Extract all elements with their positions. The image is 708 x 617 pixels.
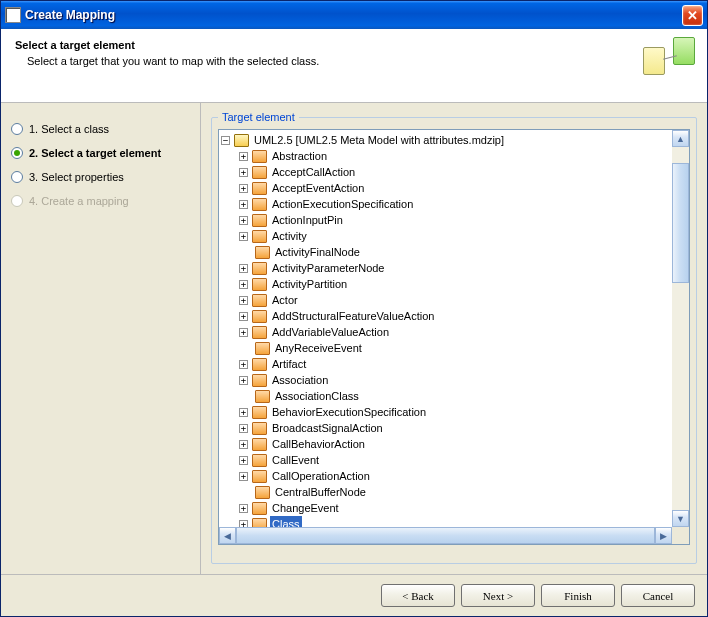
expand-icon[interactable]: +	[239, 376, 248, 385]
expand-icon[interactable]: +	[239, 520, 248, 528]
expand-icon[interactable]: +	[239, 232, 248, 241]
tree-node-label[interactable]: Actor	[270, 292, 300, 308]
element-icon	[252, 518, 267, 528]
expand-icon[interactable]: +	[239, 200, 248, 209]
tree-node-label[interactable]: ChangeEvent	[270, 500, 341, 516]
vertical-scrollbar[interactable]: ▲ ▼	[672, 130, 689, 527]
expand-icon[interactable]: +	[239, 408, 248, 417]
expand-icon[interactable]: +	[239, 296, 248, 305]
tree-node-label[interactable]: ActivityFinalNode	[273, 244, 362, 260]
tree-node-label[interactable]: AcceptEventAction	[270, 180, 366, 196]
expand-icon[interactable]: +	[239, 456, 248, 465]
tree-node[interactable]: +Class	[239, 516, 670, 527]
expand-icon[interactable]: +	[239, 312, 248, 321]
tree-node-label[interactable]: CallOperationAction	[270, 468, 372, 484]
tree-node[interactable]: +Artifact	[239, 356, 670, 372]
tree-node-label[interactable]: AssociationClass	[273, 388, 361, 404]
tree-node-label[interactable]: BehaviorExecutionSpecification	[270, 404, 428, 420]
tree-node-label[interactable]: ActionExecutionSpecification	[270, 196, 415, 212]
scroll-up-button[interactable]: ▲	[672, 130, 689, 147]
scroll-down-button[interactable]: ▼	[672, 510, 689, 527]
expand-icon[interactable]: +	[239, 168, 248, 177]
tree-node[interactable]: +ActivityParameterNode	[239, 260, 670, 276]
tree-node[interactable]: +CallBehaviorAction	[239, 436, 670, 452]
horizontal-scrollbar[interactable]: ◀ ▶	[219, 527, 672, 544]
tree-node[interactable]: +AddVariableValueAction	[239, 324, 670, 340]
step-label: 2. Select a target element	[29, 147, 161, 159]
expand-icon[interactable]: +	[239, 152, 248, 161]
tree-node-label[interactable]: Artifact	[270, 356, 308, 372]
tree-node[interactable]: AssociationClass	[239, 388, 670, 404]
tree-node-label[interactable]: UML2.5 [UML2.5 Meta Model with attribute…	[252, 132, 506, 148]
hscroll-thumb[interactable]	[236, 527, 655, 544]
tree-node-label[interactable]: AcceptCallAction	[270, 164, 357, 180]
expand-icon[interactable]: +	[239, 184, 248, 193]
expand-icon[interactable]: +	[239, 472, 248, 481]
wizard-step-3[interactable]: 3. Select properties	[9, 165, 192, 189]
tree-node-label[interactable]: CallBehaviorAction	[270, 436, 367, 452]
element-icon	[252, 198, 267, 211]
next-button[interactable]: Next >	[461, 584, 535, 607]
tree-node-label[interactable]: Activity	[270, 228, 309, 244]
element-icon	[252, 406, 267, 419]
tree-node[interactable]: +AcceptCallAction	[239, 164, 670, 180]
scroll-right-button[interactable]: ▶	[655, 527, 672, 544]
tree-node[interactable]: +Association	[239, 372, 670, 388]
tree-node-label[interactable]: ActivityPartition	[270, 276, 349, 292]
tree-node[interactable]: +ActivityPartition	[239, 276, 670, 292]
tree-node[interactable]: +Abstraction	[239, 148, 670, 164]
tree-node[interactable]: +ChangeEvent	[239, 500, 670, 516]
tree-node-label[interactable]: AnyReceiveEvent	[273, 340, 364, 356]
expand-icon[interactable]: +	[239, 504, 248, 513]
tree-node-label[interactable]: ActionInputPin	[270, 212, 345, 228]
tree-node[interactable]: ActivityFinalNode	[239, 244, 670, 260]
tree-node-label[interactable]: ActivityParameterNode	[270, 260, 387, 276]
element-icon	[255, 390, 270, 403]
tree-node-label[interactable]: BroadcastSignalAction	[270, 420, 385, 436]
expand-icon[interactable]: +	[239, 264, 248, 273]
expand-icon[interactable]: +	[239, 216, 248, 225]
expand-icon[interactable]: +	[239, 360, 248, 369]
titlebar: Create Mapping ✕	[1, 1, 707, 29]
cancel-button[interactable]: Cancel	[621, 584, 695, 607]
tree-node[interactable]: +Activity	[239, 228, 670, 244]
scroll-thumb[interactable]	[672, 163, 689, 283]
tree-node[interactable]: +Actor	[239, 292, 670, 308]
element-icon	[252, 214, 267, 227]
tree-node[interactable]: CentralBufferNode	[239, 484, 670, 500]
tree-node-label[interactable]: Association	[270, 372, 330, 388]
tree-node[interactable]: +AcceptEventAction	[239, 180, 670, 196]
tree-node-label[interactable]: AddStructuralFeatureValueAction	[270, 308, 436, 324]
element-icon	[252, 470, 267, 483]
close-button[interactable]: ✕	[682, 5, 703, 26]
tree-node[interactable]: +ActionInputPin	[239, 212, 670, 228]
tree-node[interactable]: −UML2.5 [UML2.5 Meta Model with attribut…	[221, 132, 670, 527]
scroll-left-button[interactable]: ◀	[219, 527, 236, 544]
tree-node[interactable]: +BroadcastSignalAction	[239, 420, 670, 436]
tree-node[interactable]: +BehaviorExecutionSpecification	[239, 404, 670, 420]
tree-viewport[interactable]: −UML2.5 [UML2.5 Meta Model with attribut…	[219, 130, 672, 527]
wizard-step-2[interactable]: 2. Select a target element	[9, 141, 192, 165]
tree-node[interactable]: AnyReceiveEvent	[239, 340, 670, 356]
tree-node-label[interactable]: CallEvent	[270, 452, 321, 468]
element-icon	[252, 438, 267, 451]
expand-icon[interactable]: +	[239, 440, 248, 449]
tree-node-label[interactable]: Class	[270, 516, 302, 527]
expand-icon[interactable]: +	[239, 424, 248, 433]
tree-node[interactable]: +CallOperationAction	[239, 468, 670, 484]
collapse-icon[interactable]: −	[221, 136, 230, 145]
wizard-step-1[interactable]: 1. Select a class	[9, 117, 192, 141]
tree-node-label[interactable]: AddVariableValueAction	[270, 324, 391, 340]
tree-node-label[interactable]: Abstraction	[270, 148, 329, 164]
expand-icon[interactable]: +	[239, 328, 248, 337]
tree-node[interactable]: +AddStructuralFeatureValueAction	[239, 308, 670, 324]
tree-node-label[interactable]: CentralBufferNode	[273, 484, 368, 500]
step-label: 4. Create a mapping	[29, 195, 129, 207]
back-button[interactable]: < Back	[381, 584, 455, 607]
tree-node[interactable]: +ActionExecutionSpecification	[239, 196, 670, 212]
finish-button[interactable]: Finish	[541, 584, 615, 607]
expand-icon[interactable]: +	[239, 280, 248, 289]
wizard-footer: < Back Next > Finish Cancel	[1, 574, 707, 616]
element-icon	[252, 166, 267, 179]
tree-node[interactable]: +CallEvent	[239, 452, 670, 468]
